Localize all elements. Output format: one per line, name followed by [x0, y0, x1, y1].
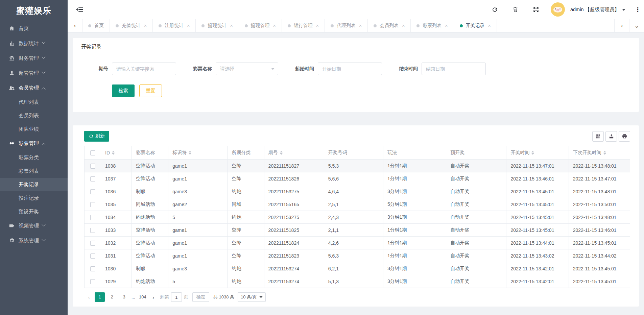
tab-member-list[interactable]: 会员列表×	[368, 19, 411, 32]
row-checkbox[interactable]	[90, 279, 95, 284]
row-checkbox[interactable]	[90, 266, 95, 271]
refresh-button[interactable]: 刷新	[84, 131, 109, 142]
columns-icon[interactable]	[592, 131, 604, 142]
prev-page-button[interactable]: ‹	[84, 292, 94, 302]
sidebar-subitem-draw-records[interactable]: 开奖记录	[0, 178, 68, 191]
sidebar-item-super-admin[interactable]: 超管管理	[0, 66, 68, 80]
col-identifier[interactable]: 标识符	[168, 146, 228, 160]
row-checkbox[interactable]	[90, 241, 95, 246]
collapse-menu-icon[interactable]	[75, 5, 84, 14]
page-number-104[interactable]: 104	[138, 292, 148, 302]
sort-icon[interactable]	[531, 151, 534, 155]
col-draw-time[interactable]: 开奖时间	[506, 146, 569, 160]
close-icon[interactable]: ×	[187, 23, 190, 28]
filter-field-issue: 期号	[85, 63, 176, 75]
sidebar-item-data-stats[interactable]: 数据统计	[0, 36, 68, 51]
close-icon[interactable]: ×	[273, 23, 276, 28]
tab-status-dot	[201, 24, 205, 27]
row-checkbox[interactable]	[90, 228, 95, 233]
close-icon[interactable]: ×	[488, 23, 491, 28]
user-menu[interactable]: admin 【超级管理员】	[570, 6, 625, 13]
select-all-checkbox[interactable]	[90, 150, 95, 155]
row-checkbox[interactable]	[90, 189, 95, 194]
table-header-row: ID彩票名称标识符所属分类期号开奖号码玩法预开奖开奖时间下次开奖时间	[85, 146, 630, 160]
tab-withdraw-manage[interactable]: 提现管理×	[239, 19, 282, 32]
col-next-draw-time[interactable]: 下次开奖时间	[569, 146, 630, 160]
sidebar-subitem-bet-records[interactable]: 投注记录	[0, 191, 68, 205]
goto-page-input[interactable]	[171, 292, 182, 302]
tab-status-dot	[116, 24, 119, 27]
more-vertical-icon[interactable]: ⋮	[635, 7, 641, 13]
sidebar-subitem-agent-list[interactable]: 代理列表	[0, 95, 68, 109]
tab-bar: ‹ 首页充值统计×注册统计×提现统计×提现管理×银行管理×代理列表×会员列表×彩…	[68, 19, 644, 32]
sidebar-item-system[interactable]: 系统管理	[0, 233, 68, 248]
tab-bank-manage[interactable]: 银行管理×	[282, 19, 325, 32]
fullscreen-icon[interactable]	[533, 6, 539, 13]
field-input-issue[interactable]	[112, 63, 176, 75]
row-checkbox[interactable]	[90, 253, 95, 259]
goto-confirm-button[interactable]: 确定	[192, 292, 209, 302]
sort-icon[interactable]	[189, 151, 191, 155]
sort-icon[interactable]	[112, 151, 115, 155]
sidebar-item-lottery[interactable]: 彩票管理	[0, 136, 68, 151]
tabs-scroll-right-icon[interactable]: ›	[614, 19, 629, 32]
sort-icon[interactable]	[280, 151, 283, 155]
cell-pre-draw: 自动开奖	[446, 275, 506, 288]
tab-withdraw-stats[interactable]: 提现统计×	[196, 19, 239, 32]
tab-agent-list[interactable]: 代理列表×	[325, 19, 368, 32]
trash-icon[interactable]	[512, 6, 519, 13]
field-select-lottery-name[interactable]: 请选择	[216, 63, 278, 75]
sort-icon[interactable]	[603, 151, 606, 155]
tab-label: 首页	[94, 23, 104, 29]
next-page-button[interactable]: ›	[149, 292, 158, 302]
filter-field-end-time: 结束时间	[394, 63, 486, 75]
tabs-menu-icon[interactable]: ⌄	[629, 19, 644, 32]
sidebar-subitem-member-list[interactable]: 会员列表	[0, 109, 68, 122]
search-button[interactable]: 检索	[112, 84, 135, 97]
avatar[interactable]	[551, 2, 565, 17]
page-number-2[interactable]: 2	[107, 292, 117, 302]
sidebar-subitem-lottery-list[interactable]: 彩票列表	[0, 164, 68, 178]
sidebar-item-video[interactable]: 视频管理	[0, 218, 68, 233]
close-icon[interactable]: ×	[144, 23, 147, 28]
field-input-end-time[interactable]	[422, 63, 486, 75]
page-size-select[interactable]: 10 条/页	[238, 292, 266, 302]
tab-status-dot	[460, 24, 463, 27]
column-header: 预开奖	[450, 150, 502, 156]
sidebar-item-home[interactable]: 首页	[0, 21, 68, 36]
row-checkbox[interactable]	[90, 202, 95, 207]
cell-play: 1分钟1期	[383, 237, 446, 249]
sidebar-item-members[interactable]: 会员管理	[0, 80, 68, 95]
sidebar-subitem-lottery-category[interactable]: 彩票分类	[0, 151, 68, 164]
refresh-icon[interactable]	[492, 6, 498, 13]
close-icon[interactable]: ×	[230, 23, 233, 28]
tab-lottery-list[interactable]: 彩票列表×	[411, 19, 454, 32]
tab-register-stats[interactable]: 注册统计×	[153, 19, 196, 32]
col-issue[interactable]: 期号	[264, 146, 324, 160]
row-checkbox[interactable]	[90, 164, 95, 169]
row-select-cell	[85, 275, 101, 288]
export-icon[interactable]	[605, 131, 617, 142]
tabs-scroll-left-icon[interactable]: ‹	[68, 19, 82, 32]
close-icon[interactable]: ×	[445, 23, 448, 28]
col-id[interactable]: ID	[101, 146, 132, 160]
tab-home[interactable]: 首页	[82, 19, 110, 32]
tab-recharge-stats[interactable]: 充值统计×	[110, 19, 153, 32]
cell-id: 1031	[101, 249, 132, 262]
row-checkbox[interactable]	[90, 215, 95, 220]
close-icon[interactable]: ×	[359, 23, 362, 28]
page-number-3[interactable]: 3	[119, 292, 129, 302]
row-checkbox[interactable]	[90, 176, 95, 181]
filter-card: 开奖记录 期号彩票名称请选择起始时间结束时间 检索 重置	[73, 38, 639, 112]
field-input-start-time[interactable]	[318, 63, 382, 75]
close-icon[interactable]: ×	[316, 23, 319, 28]
sidebar-item-finance[interactable]: 财务管理	[0, 51, 68, 66]
close-icon[interactable]: ×	[402, 23, 405, 28]
tab-draw-records[interactable]: 开奖记录×	[454, 19, 497, 32]
page-number-1[interactable]: 1	[95, 292, 105, 302]
cell-identifier: game3	[168, 185, 228, 198]
sidebar-subitem-team-performance[interactable]: 团队业绩	[0, 122, 68, 136]
print-icon[interactable]	[619, 131, 630, 142]
reset-button[interactable]: 重置	[139, 84, 162, 97]
sidebar-subitem-preset-draw[interactable]: 预设开奖	[0, 205, 68, 218]
